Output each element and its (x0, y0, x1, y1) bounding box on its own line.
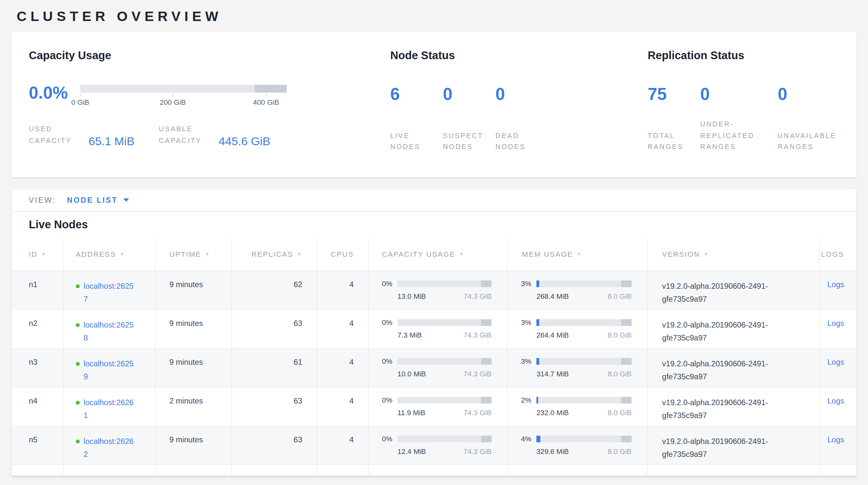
node-address-link[interactable]: localhost:26259 (84, 358, 137, 383)
table-row: n3 localhost:26259 9 minutes 61 4 0% 10.… (11, 348, 857, 387)
axis-tick-mark (173, 94, 173, 97)
bar-reserved-segment (621, 397, 631, 403)
mem-percent-label: 3% (521, 279, 536, 288)
capacity-usage-section: Capacity Usage 0.0% 0 GiB 200 GiB (29, 32, 390, 177)
view-bar: VIEW: NODE LIST (11, 189, 857, 212)
node-live-status-dot (76, 284, 80, 288)
usable-capacity-label: USABLE CAPACITY (159, 123, 212, 146)
logs-cell: Logs (820, 310, 857, 348)
dead-nodes-stat: 0 DEAD NODES (495, 85, 548, 153)
column-header-id[interactable]: ID ▼ (11, 238, 64, 270)
node-replicas: 63 (232, 387, 317, 426)
mem-usage-bar (536, 435, 631, 442)
table-row: n1 localhost:26257 9 minutes 62 4 0% 13.… (11, 271, 857, 310)
bar-fill (536, 358, 539, 365)
used-capacity-stat: USED CAPACITY 65.1 MiB (29, 123, 134, 146)
mem-usage-cell: 3% 264.4 MiB 8.0 GiB (507, 310, 648, 348)
bar-reserved-segment (481, 280, 492, 287)
capacity-total-value: 74.3 GiB (464, 447, 492, 456)
used-capacity-label: USED CAPACITY (29, 123, 82, 146)
column-header-capacity-usage[interactable]: CAPACITY USAGE ▼ (369, 238, 507, 270)
mem-usage-bar (536, 397, 631, 403)
node-address-link[interactable]: localhost:26262 (84, 435, 137, 461)
capacity-usage-cell: 0% 13.0 MiB 74.3 GiB (369, 271, 507, 309)
mem-percent-label: 3% (521, 357, 536, 365)
node-cpus: 4 (317, 271, 368, 309)
column-header-replicas[interactable]: REPLICAS ▼ (232, 238, 317, 270)
node-address-cell: localhost:26262 (64, 426, 156, 464)
node-id: n5 (11, 426, 64, 464)
bar-reserved-segment (481, 358, 492, 365)
node-address-link[interactable]: localhost:26261 (84, 396, 137, 422)
bar-fill (536, 319, 539, 326)
chevron-down-icon (123, 199, 129, 202)
node-cpus: 4 (317, 348, 368, 387)
mem-total-value: 8.0 GiB (608, 292, 631, 301)
logs-cell: Logs (820, 271, 857, 309)
suspect-nodes-stat: 0 SUSPECT NODES (443, 85, 495, 153)
column-header-address[interactable]: ADDRESS ▼ (64, 238, 156, 270)
under-replicated-label: UNDER-REPLICATED RANGES (701, 119, 772, 153)
sort-caret-icon: ▼ (297, 252, 302, 256)
live-nodes-stat: 6 LIVE NODES (391, 85, 443, 153)
node-version: v19.2.0-alpha.20190606-2491-gfe735c9a97 (648, 426, 820, 464)
column-header-uptime[interactable]: UPTIME ▼ (156, 238, 232, 270)
mem-used-value: 264.4 MiB (536, 331, 569, 339)
mem-usage-cell: 3% 314.7 MiB 8.0 GiB (507, 348, 648, 387)
capacity-bar (81, 85, 287, 92)
node-uptime: 9 minutes (156, 271, 232, 309)
replication-status-heading: Replication Status (648, 50, 857, 62)
bar-reserved-segment (481, 319, 492, 326)
bar-reserved-segment (481, 397, 492, 403)
capacity-percent-label: 0% (382, 279, 398, 288)
under-replicated-count: 0 (701, 85, 778, 103)
capacity-usage-bar (398, 319, 492, 326)
column-header-version[interactable]: VERSION ▼ (648, 238, 820, 270)
version-text: v19.2.0-alpha.20190606-2491-gfe735c9a97 (662, 319, 790, 344)
version-text: v19.2.0-alpha.20190606-2491-gfe735c9a97 (662, 435, 790, 461)
logs-link[interactable]: Logs (827, 435, 844, 444)
logs-cell: Logs (820, 387, 857, 426)
node-address-link[interactable]: localhost:26257 (84, 280, 137, 306)
sort-caret-icon: ▼ (41, 252, 46, 256)
mem-usage-cell: 2% 232.0 MiB 8.0 GiB (507, 387, 648, 426)
capacity-total-value: 74.3 GiB (464, 370, 492, 378)
capacity-used-value: 7.3 MiB (398, 331, 422, 339)
column-header-label: LOGS (821, 250, 844, 258)
capacity-usage-cell: 0% 10.0 MiB 74.3 GiB (369, 348, 507, 387)
logs-link[interactable]: Logs (827, 396, 844, 405)
sort-caret-icon: ▼ (205, 252, 210, 256)
mem-usage-cell: 3% 268.4 MiB 8.0 GiB (507, 271, 648, 309)
node-status-section: Node Status 6 LIVE NODES 0 SUSPECT NODES… (391, 32, 648, 177)
logs-link[interactable]: Logs (827, 280, 844, 289)
node-list-dropdown[interactable]: NODE LIST (67, 196, 129, 204)
sort-caret-icon: ▼ (459, 252, 464, 256)
node-live-status-dot (76, 401, 80, 404)
axis-tick-mark (266, 94, 267, 97)
logs-link[interactable]: Logs (827, 358, 844, 366)
node-cpus: 4 (317, 310, 368, 348)
page-title: CLUSTER OVERVIEW (17, 8, 868, 25)
live-nodes-heading: Live Nodes (11, 212, 857, 238)
logs-cell: Logs (820, 348, 857, 387)
table-header-row: ID ▼ ADDRESS ▼ UPTIME ▼ REPLICAS ▼ CPUS … (11, 238, 857, 271)
capacity-usage-bar (398, 280, 492, 287)
bar-reserved-segment (621, 319, 631, 326)
mem-percent-label: 3% (521, 318, 536, 326)
total-ranges-stat: 75 TOTAL RANGES (648, 85, 701, 153)
capacity-chart: 0 GiB 200 GiB 400 GiB (81, 84, 287, 109)
node-id: n3 (11, 348, 64, 387)
capacity-used-value: 11.9 MiB (398, 408, 425, 417)
capacity-percent-label: 0% (382, 396, 398, 404)
capacity-total-value: 74.3 GiB (464, 331, 492, 339)
node-address-link[interactable]: localhost:26258 (84, 319, 137, 344)
mem-total-value: 8.0 GiB (608, 370, 631, 378)
logs-link[interactable]: Logs (827, 319, 844, 327)
capacity-percent-label: 0% (382, 434, 398, 443)
sort-caret-icon: ▼ (704, 252, 709, 256)
column-header-mem-usage[interactable]: MEM USAGE ▼ (507, 238, 648, 270)
axis-tick-mark (80, 94, 81, 97)
table-row: n5 localhost:26262 9 minutes 63 4 0% 12.… (11, 426, 857, 465)
usable-capacity-value: 445.6 GiB (219, 135, 270, 148)
version-text: v19.2.0-alpha.20190606-2491-gfe735c9a97 (662, 358, 790, 383)
